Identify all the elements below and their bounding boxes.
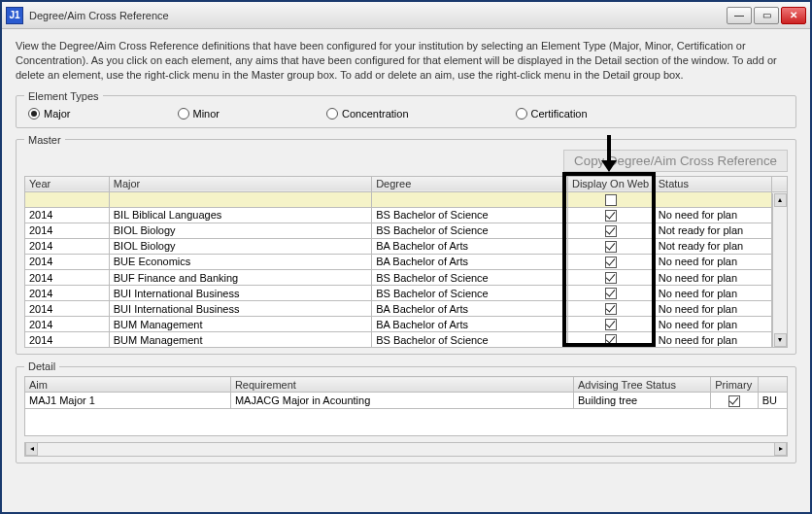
cell-status: No need for plan [654, 286, 771, 301]
cell-status: No need for plan [654, 301, 771, 317]
table-row[interactable]: 2014BIL Biblical LanguagesBS Bachelor of… [25, 207, 788, 223]
col-year[interactable]: Year [25, 176, 110, 191]
table-row[interactable]: 2014BUE EconomicsBA Bachelor of ArtsNo n… [25, 254, 788, 269]
cell-year: 2014 [25, 332, 110, 348]
checkbox-icon[interactable] [605, 319, 617, 330]
master-grid-wrap: Year Major Degree Display On Web Status [24, 176, 788, 349]
col-primary[interactable]: Primary [711, 377, 758, 393]
checkbox-icon[interactable] [728, 395, 740, 407]
cell-status: No need for plan [654, 207, 771, 223]
cell-year: 2014 [25, 301, 110, 317]
cell-degree: BS Bachelor of Science [372, 332, 568, 348]
cell-year: 2014 [25, 286, 110, 301]
col-display-on-web[interactable]: Display On Web [567, 176, 654, 191]
maximize-button[interactable]: ▭ [754, 7, 779, 24]
checkbox-icon[interactable] [605, 257, 617, 268]
table-row[interactable]: 2014BUM ManagementBS Bachelor of Science… [25, 332, 788, 348]
master-legend: Master [24, 134, 65, 146]
cell-major: BUM Management [109, 317, 371, 332]
cell-display-on-web[interactable] [567, 332, 654, 348]
radio-label: Major [44, 108, 71, 120]
cell-display-on-web[interactable] [567, 207, 654, 223]
scroll-down-icon[interactable]: ▾ [774, 333, 787, 347]
checkbox-icon[interactable] [605, 225, 617, 237]
close-button[interactable]: ✕ [781, 7, 806, 24]
table-row[interactable]: 2014BIOL BiologyBA Bachelor of ArtsNot r… [25, 238, 788, 254]
cell-primary[interactable] [711, 393, 758, 408]
checkbox-icon[interactable] [605, 303, 617, 315]
col-status[interactable]: Status [654, 176, 771, 191]
cell-year: 2014 [25, 238, 110, 254]
detail-horizontal-scrollbar[interactable]: ◂ ▸ [24, 442, 788, 457]
cell-major: BUI International Business [109, 286, 371, 301]
cell-display-on-web[interactable] [567, 238, 654, 254]
checkbox-icon[interactable] [605, 241, 617, 253]
intro-text: View the Degree/Aim Cross Reference defi… [16, 39, 796, 83]
table-row[interactable]: MAJ1 Major 1MAJACG Major in AcountingBui… [25, 393, 788, 408]
cell-display-on-web[interactable] [567, 301, 654, 317]
radio-major[interactable]: Major [28, 108, 71, 120]
cell-year: 2014 [25, 207, 110, 223]
window-controls: — ▭ ✕ [727, 7, 806, 24]
checkbox-icon[interactable] [605, 334, 617, 346]
cell-degree: BS Bachelor of Science [372, 286, 568, 301]
cell-status: No need for plan [654, 332, 771, 348]
scroll-right-icon[interactable]: ▸ [774, 442, 787, 456]
radio-minor[interactable]: Minor [178, 108, 220, 120]
scroll-up-icon[interactable]: ▴ [774, 193, 787, 207]
table-row[interactable]: 2014BUM ManagementBA Bachelor of ArtsNo … [25, 317, 788, 332]
element-types-legend: Element Types [24, 90, 103, 102]
master-filter-row[interactable] [25, 191, 788, 207]
checkbox-icon[interactable] [605, 210, 617, 222]
cell-display-on-web[interactable] [567, 223, 654, 238]
cell-status: Not ready for plan [654, 238, 771, 254]
cell-requirement: MAJACG Major in Acounting [230, 393, 573, 408]
radio-icon [178, 108, 189, 120]
checkbox-icon[interactable] [605, 288, 617, 299]
cell-major: BUI International Business [109, 301, 371, 317]
radio-certification[interactable]: Certification [516, 108, 588, 120]
cell-status: No need for plan [654, 270, 771, 286]
app-window: J1 Degree/Aim Cross Reference — ▭ ✕ View… [0, 0, 812, 514]
filter-display-checkbox[interactable] [605, 194, 617, 206]
master-table[interactable]: Year Major Degree Display On Web Status [24, 176, 788, 349]
cell-status: Not ready for plan [654, 223, 771, 238]
col-aim[interactable]: Aim [25, 377, 231, 393]
radio-icon [28, 108, 40, 120]
app-icon: J1 [6, 7, 23, 24]
table-row[interactable]: 2014BIOL BiologyBS Bachelor of ScienceNo… [25, 223, 788, 238]
cell-display-on-web[interactable] [567, 270, 654, 286]
col-requirement[interactable]: Requirement [230, 377, 573, 393]
radio-label: Minor [193, 108, 220, 120]
master-group: Master Copy Degree/Aim Cross Reference Y… [16, 134, 796, 356]
copy-cross-reference-button[interactable]: Copy Degree/Aim Cross Reference [563, 150, 788, 172]
minimize-button[interactable]: — [727, 7, 752, 24]
col-detail-extra[interactable] [758, 377, 787, 393]
radio-label: Concentration [342, 108, 409, 120]
radio-concentration[interactable]: Concentration [326, 108, 409, 120]
cell-major: BIL Biblical Languages [109, 207, 371, 223]
cell-degree: BA Bachelor of Arts [372, 301, 568, 317]
titlebar: J1 Degree/Aim Cross Reference — ▭ ✕ [2, 2, 810, 29]
table-row[interactable]: 2014BUI International BusinessBS Bachelo… [25, 286, 788, 301]
window-body: View the Degree/Aim Cross Reference defi… [2, 29, 810, 512]
scroll-left-icon[interactable]: ◂ [25, 442, 38, 456]
cell-display-on-web[interactable] [567, 286, 654, 301]
table-row[interactable]: 2014BUF Finance and BankingBS Bachelor o… [25, 270, 788, 286]
radio-icon [326, 108, 338, 120]
cell-major: BIOL Biology [109, 238, 371, 254]
col-advising-tree-status[interactable]: Advising Tree Status [574, 377, 711, 393]
cell-display-on-web[interactable] [567, 317, 654, 332]
detail-empty-area [24, 409, 788, 436]
col-major[interactable]: Major [109, 176, 371, 191]
cell-degree: BA Bachelor of Arts [372, 238, 568, 254]
col-degree[interactable]: Degree [372, 176, 568, 191]
detail-table[interactable]: Aim Requirement Advising Tree Status Pri… [24, 376, 788, 408]
table-row[interactable]: 2014BUI International BusinessBA Bachelo… [25, 301, 788, 317]
cell-display-on-web[interactable] [567, 254, 654, 269]
cell-major: BIOL Biology [109, 223, 371, 238]
cell-year: 2014 [25, 223, 110, 238]
cell-degree: BS Bachelor of Science [372, 207, 568, 223]
master-vertical-scrollbar[interactable]: ▴ ▾ [772, 193, 787, 348]
checkbox-icon[interactable] [605, 272, 617, 284]
